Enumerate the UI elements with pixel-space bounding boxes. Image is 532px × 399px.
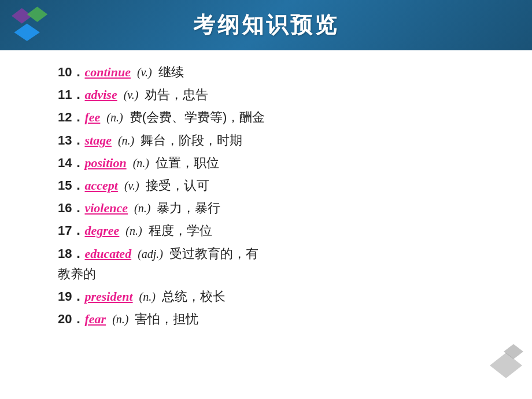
slide: 考纲知识预览 10． continue (v.) 继续 11． advise (… xyxy=(0,0,532,399)
item-number: 17． xyxy=(58,220,84,241)
list-item: 19． president (n.) 总统，校长 xyxy=(58,286,497,306)
list-item: 11． advise (v.) 劝告，忠告 xyxy=(58,84,497,105)
item-meaning: 舞台，阶段，时期 xyxy=(141,130,242,150)
item-number: 13． xyxy=(58,130,84,150)
item-word-educated: educated xyxy=(84,243,131,264)
item-pos: (v.) xyxy=(121,86,142,104)
svg-marker-1 xyxy=(27,6,48,22)
content-area: 10． continue (v.) 继续 11． advise (v.) 劝告，… xyxy=(0,50,532,399)
item-word: stage xyxy=(84,130,111,150)
item-meaning: 受过教育的，有 xyxy=(169,243,258,264)
list-item: 17． degree (n.) 程度，学位 xyxy=(58,220,497,241)
item-word: fee xyxy=(84,107,100,127)
item-pos: (v.) xyxy=(121,176,142,195)
item-pos: (n.) xyxy=(123,221,145,240)
list-item: 18． educated (adj.) 受过教育的，有 教养的 xyxy=(58,243,497,284)
list-item: 13． stage (n.) 舞台，阶段，时期 xyxy=(58,130,497,150)
item-word: fear xyxy=(84,309,106,329)
item-number: 15． xyxy=(58,175,84,195)
item-number: 20． xyxy=(58,309,84,329)
item-pos: (n.) xyxy=(136,287,158,306)
item-meaning: 费(会费、学费等)，酬金 xyxy=(130,107,265,127)
item-pos: (n.) xyxy=(131,199,153,217)
item-meaning: 位置，职位 xyxy=(156,153,219,173)
decorative-diamonds-bottomright xyxy=(487,341,525,390)
item-pos: (n.) xyxy=(130,154,152,172)
item-number: 12． xyxy=(58,107,84,127)
item-word: president xyxy=(84,286,132,306)
list-item: 14． position (n.) 位置，职位 xyxy=(58,153,497,173)
item-number: 19． xyxy=(58,286,84,306)
item-meaning: 劝告，忠告 xyxy=(145,84,208,105)
item-word: accept xyxy=(84,175,117,195)
item-number: 10． xyxy=(58,62,84,82)
item-pos: (n.) xyxy=(104,108,125,127)
list-item: 20． fear (n.) 害怕，担忧 xyxy=(58,309,497,329)
item-word: position xyxy=(84,153,126,173)
item-meaning: 继续 xyxy=(158,62,184,82)
item-number: 14． xyxy=(58,153,84,173)
item-pos: (adj.) xyxy=(135,245,166,263)
item-number: 11． xyxy=(58,84,84,105)
item-word: degree xyxy=(84,220,119,241)
item-word: continue xyxy=(84,62,130,82)
list-item: 15． accept (v.) 接受，认可 xyxy=(58,175,497,195)
item-meaning: 总统，校长 xyxy=(162,286,226,306)
decorative-diamonds-topleft xyxy=(12,5,58,45)
item-meaning: 害怕，担忧 xyxy=(135,309,198,329)
item-meaning-continuation: 教养的 xyxy=(58,264,497,284)
item-number: 16． xyxy=(58,198,84,218)
item-pos: (n.) xyxy=(109,310,131,328)
page-title: 考纲知识预览 xyxy=(193,10,339,40)
item-pos: (v.) xyxy=(134,63,155,82)
item-word: advise xyxy=(84,84,117,105)
item-pos: (n.) xyxy=(115,131,137,150)
list-item: 12． fee (n.) 费(会费、学费等)，酬金 xyxy=(58,107,497,127)
item-meaning: 接受，认可 xyxy=(146,175,209,195)
item-meaning: 暴力，暴行 xyxy=(157,198,220,218)
item-meaning: 程度，学位 xyxy=(149,220,212,241)
list-item: 10． continue (v.) 继续 xyxy=(58,62,497,82)
list-item: 16． violence (n.) 暴力，暴行 xyxy=(58,198,497,218)
item-word: violence xyxy=(84,198,128,218)
svg-marker-3 xyxy=(490,353,522,378)
item-number: 18． xyxy=(58,243,84,264)
vocab-list: 10． continue (v.) 继续 11． advise (v.) 劝告，… xyxy=(58,62,497,329)
header: 考纲知识预览 xyxy=(0,0,532,50)
svg-marker-2 xyxy=(14,24,39,41)
